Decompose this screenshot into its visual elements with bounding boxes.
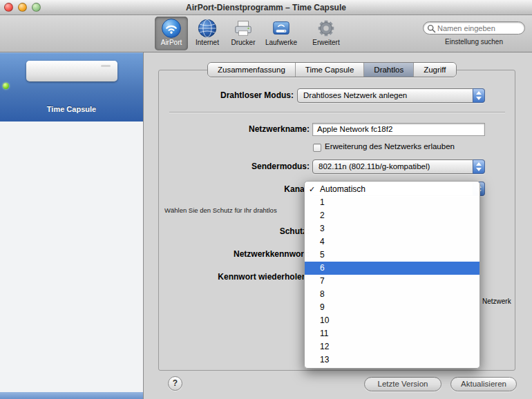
network-password-label: Netzwerkkennwort: xyxy=(158,249,310,259)
tab-time-capsule[interactable]: Time Capsule xyxy=(295,63,364,77)
tab-zugriff[interactable]: Zugriff xyxy=(413,63,455,77)
menu-item-1[interactable]: 1 xyxy=(305,196,479,209)
tab-drahtlos[interactable]: Drahtlos xyxy=(363,63,413,77)
toolbar-label-internet: Internet xyxy=(191,39,224,46)
toolbar-item-internet[interactable]: Internet xyxy=(191,17,224,50)
menu-item-9[interactable]: 9 xyxy=(305,301,479,314)
menu-item-8[interactable]: 8 xyxy=(305,288,479,301)
menu-item-6-highlighted[interactable]: 6 xyxy=(305,262,479,275)
device-sidebar: Time Capsule xyxy=(0,52,144,399)
time-capsule-device-image xyxy=(26,61,117,81)
window-title: AirPort-Dienstprogramm – Time Capsule xyxy=(48,0,484,15)
printer-icon xyxy=(233,18,254,39)
menu-item-12[interactable]: 12 xyxy=(305,340,479,353)
extend-network-label: Erweiterung des Netzwerks erlauben xyxy=(325,142,455,150)
channel-label: Kanal: xyxy=(158,184,310,194)
titlebar: AirPort-Dienstprogramm – Time Capsule xyxy=(0,0,532,15)
popup-arrows-icon xyxy=(473,159,485,174)
toolbar-label-erweitert: Erweitert xyxy=(308,39,344,46)
menu-item-10[interactable]: 10 xyxy=(305,314,479,327)
toolbar-label-drucker: Drucker xyxy=(227,39,260,46)
tab-zusammenfassung[interactable]: Zusammenfassung xyxy=(208,63,295,77)
radio-mode-popup[interactable]: 802.11n (802.11b/g-kompatibel) xyxy=(312,159,485,174)
checkmark-icon: ✓ xyxy=(309,183,315,196)
toolbar-item-disks[interactable]: Laufwerke xyxy=(263,17,300,50)
menu-item-11[interactable]: 11 xyxy=(305,327,479,340)
menu-item-4[interactable]: 4 xyxy=(305,235,479,249)
drive-icon xyxy=(271,18,292,39)
search-icon xyxy=(427,24,436,33)
network-name-label: Netzwerkname: xyxy=(158,124,310,134)
menu-item-automatisch[interactable]: ✓ Automatisch xyxy=(305,183,479,196)
menu-item-2[interactable]: 2 xyxy=(305,209,479,222)
toolbar-item-printer[interactable]: Drucker xyxy=(227,17,260,50)
extend-network-checkbox[interactable] xyxy=(313,144,321,152)
menu-item-3[interactable]: 3 xyxy=(305,222,479,235)
wireless-mode-popup[interactable]: Drahtloses Netzwerk anlegen xyxy=(297,88,485,103)
gear-icon xyxy=(316,18,336,39)
search-field[interactable] xyxy=(423,21,525,35)
menu-item-7[interactable]: 7 xyxy=(305,275,479,288)
help-button[interactable]: ? xyxy=(168,376,182,391)
revert-button[interactable]: Letzte Version xyxy=(364,377,441,391)
radio-mode-label: Sendermodus: xyxy=(158,162,310,171)
partial-text-netzwerk: Netzwerk xyxy=(482,298,511,305)
menu-item-13[interactable]: 13 xyxy=(305,353,479,367)
globe-icon xyxy=(197,18,218,39)
wireless-mode-value: Drahtloses Netzwerk anlegen xyxy=(303,91,407,99)
update-button[interactable]: Aktualisieren xyxy=(450,377,517,391)
zoom-button[interactable] xyxy=(32,3,41,12)
toolbar-label-airport: AirPort xyxy=(155,39,188,46)
close-button[interactable] xyxy=(4,3,13,12)
status-dot-green xyxy=(3,83,9,89)
separator xyxy=(169,112,505,113)
search-input[interactable] xyxy=(437,23,522,33)
popup-arrows-icon xyxy=(473,88,485,103)
radio-mode-value: 802.11n (802.11b/g-kompatibel) xyxy=(319,162,430,171)
sidebar-footer-strip xyxy=(0,392,143,399)
toolbar-item-advanced[interactable]: Erweitert xyxy=(308,17,344,50)
security-hint-text: Wählen Sie den Schutz für Ihr drahtlos xyxy=(164,206,305,214)
verify-password-label: Kennwort wiederholen: xyxy=(158,272,310,282)
toolbar-item-airport[interactable]: AirPort xyxy=(155,17,188,50)
sidebar-item-time-capsule[interactable]: Time Capsule xyxy=(0,52,143,121)
tab-bar: Zusammenfassung Time Capsule Drahtlos Zu… xyxy=(207,62,457,77)
network-name-input[interactable]: Apple Network fc18f2 xyxy=(312,123,485,136)
minimize-button[interactable] xyxy=(18,3,27,12)
menu-item-5[interactable]: 5 xyxy=(305,249,479,262)
search-caption: Einstellung suchen xyxy=(423,38,525,46)
channel-dropdown-menu: ✓ Automatisch 1 2 3 4 5 6 7 8 9 10 11 12… xyxy=(304,181,480,369)
toolbar-label-laufwerke: Laufwerke xyxy=(263,39,300,46)
network-name-value: Apple Network fc18f2 xyxy=(317,125,392,133)
security-label: Schutz: xyxy=(158,226,310,236)
wireless-mode-label: Drahtloser Modus: xyxy=(158,90,294,100)
airport-utility-window: AirPort-Dienstprogramm – Time Capsule Ai… xyxy=(0,0,532,399)
sidebar-item-label: Time Capsule xyxy=(0,105,143,113)
wifi-icon xyxy=(161,18,182,39)
toolbar: AirPort Internet xyxy=(0,15,532,52)
